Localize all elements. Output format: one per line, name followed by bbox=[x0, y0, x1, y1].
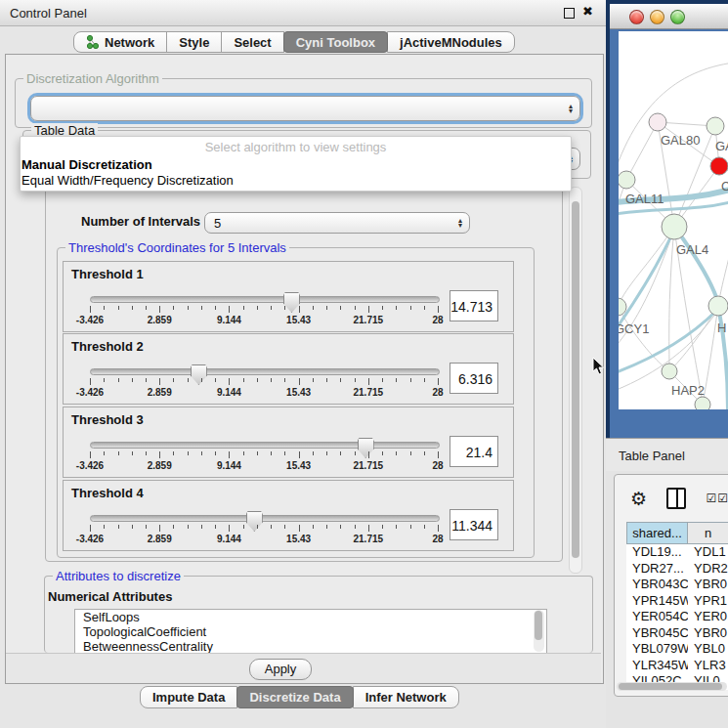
table-row[interactable]: YBL079WYBL0 bbox=[626, 641, 728, 658]
network-node[interactable] bbox=[662, 364, 677, 379]
network-window-titlebar[interactable] bbox=[610, 4, 728, 29]
table-row[interactable]: YBR045CYBR0 bbox=[626, 625, 728, 642]
slider-tick bbox=[173, 306, 174, 310]
tab-select[interactable]: Select bbox=[221, 31, 283, 53]
slider-tick bbox=[438, 378, 439, 385]
mouse-cursor bbox=[592, 357, 606, 376]
table-cell: YBR043C bbox=[626, 577, 688, 593]
slider-tick bbox=[271, 525, 272, 529]
slider-tick bbox=[104, 525, 105, 529]
table-column-header[interactable]: n bbox=[688, 522, 728, 544]
slider-tick-label: 28 bbox=[432, 387, 443, 398]
threshold-value-field[interactable]: 21.4 bbox=[450, 436, 498, 467]
minimize-traffic-light-icon[interactable] bbox=[650, 10, 664, 24]
settings-scrollbar[interactable] bbox=[569, 187, 582, 574]
slider-tick bbox=[188, 451, 189, 455]
table-hscrollbar-thumb[interactable] bbox=[619, 683, 722, 690]
group-title-thresholds: Threshold's Coordinates for 5 Intervals bbox=[65, 240, 289, 255]
column-layout-icon[interactable] bbox=[666, 488, 686, 509]
tab-cyni-toolbox[interactable]: Cyni Toolbox bbox=[283, 31, 388, 53]
table-row[interactable]: YBR043CYBR0 bbox=[626, 577, 728, 593]
algorithm-combo[interactable]: ▴▾ bbox=[30, 96, 580, 121]
threshold-label: Threshold 1 bbox=[71, 267, 144, 281]
tab-impute-data[interactable]: Impute Data bbox=[140, 686, 237, 708]
popup-option-equal-width-frequency[interactable]: Equal Width/Frequency Discretization bbox=[21, 173, 234, 188]
slider-tick bbox=[340, 306, 341, 310]
tab-style[interactable]: Style bbox=[166, 31, 222, 53]
slider-tick bbox=[410, 525, 411, 529]
threshold-slider-track[interactable] bbox=[90, 515, 440, 522]
table-cell: YBL0 bbox=[688, 641, 728, 658]
slider-tick bbox=[132, 378, 133, 382]
tab-discretize-data[interactable]: Discretize Data bbox=[236, 686, 353, 708]
slider-tick bbox=[299, 306, 300, 313]
slider-tick bbox=[229, 525, 230, 532]
slider-tick bbox=[368, 451, 369, 458]
table-cell: YBR0 bbox=[688, 625, 728, 642]
attribute-list-item[interactable]: TopologicalCoefficient bbox=[75, 624, 546, 639]
table-row[interactable]: YPR145WYPR1 bbox=[626, 593, 728, 610]
network-node[interactable] bbox=[695, 397, 710, 409]
attribute-list-item[interactable]: SelfLoops bbox=[75, 610, 546, 624]
close-traffic-light-icon[interactable] bbox=[629, 10, 644, 24]
attribute-list-item[interactable]: BetweennessCentrality bbox=[75, 639, 546, 654]
algorithm-dropdown-popup: Select algorithm to view settings Manual… bbox=[20, 136, 572, 192]
threshold-slider-thumb[interactable] bbox=[358, 438, 374, 458]
threshold-value-field[interactable]: 11.344 bbox=[450, 509, 498, 540]
network-node[interactable] bbox=[707, 117, 724, 135]
slider-tick bbox=[146, 525, 147, 529]
node-table[interactable]: shared...n YDL19...YDL1YDR27...YDR2YBR04… bbox=[626, 522, 728, 690]
close-icon[interactable]: ✖ bbox=[582, 4, 593, 19]
network-node[interactable] bbox=[710, 157, 728, 175]
window-frame bbox=[606, 0, 610, 438]
table-column-header[interactable]: shared... bbox=[626, 522, 688, 544]
tab-jactivemnodules[interactable]: jActiveMNodules bbox=[387, 31, 515, 53]
threshold-slider-track[interactable] bbox=[90, 442, 440, 449]
table-header-row: shared...n bbox=[626, 522, 728, 544]
slider-tick bbox=[146, 451, 147, 455]
threshold-slider-thumb[interactable] bbox=[283, 292, 300, 313]
threshold-value-field[interactable]: 14.713 bbox=[450, 290, 498, 321]
settings-scrollbar-thumb[interactable] bbox=[572, 201, 579, 558]
table-panel-titlebar: Table Panel bbox=[606, 438, 728, 471]
numerical-attributes-list[interactable]: SelfLoopsTopologicalCoefficientBetweenne… bbox=[74, 609, 547, 655]
slider-tick bbox=[299, 525, 300, 532]
attributes-list-scrollbar[interactable] bbox=[534, 610, 544, 652]
threshold-slider-track[interactable] bbox=[90, 368, 440, 375]
table-horizontal-scrollbar[interactable] bbox=[617, 682, 727, 691]
attributes-scrollbar-thumb[interactable] bbox=[535, 611, 542, 640]
threshold-slider-thumb[interactable] bbox=[191, 364, 207, 385]
checkbox-icons[interactable]: ☑☑ bbox=[706, 492, 728, 505]
slider-tick bbox=[215, 451, 216, 455]
threshold-label: Threshold 2 bbox=[71, 339, 144, 354]
slider-tick-label: -3.426 bbox=[76, 387, 104, 398]
network-node[interactable] bbox=[619, 171, 635, 189]
float-window-icon[interactable] bbox=[564, 8, 575, 19]
slider-tick bbox=[215, 306, 216, 310]
table-row[interactable]: YER054CYER0 bbox=[626, 609, 728, 625]
network-node[interactable] bbox=[649, 113, 666, 131]
control-panel-titlebar: Control Panel ✖ bbox=[0, 0, 606, 26]
network-canvas[interactable]: GAL80GACGAL11GAL4GCY1HHAP2 bbox=[619, 31, 728, 409]
table-row[interactable]: YDR27...YDR2 bbox=[626, 561, 728, 578]
table-row[interactable]: YDL19...YDL1 bbox=[626, 544, 728, 561]
tab-infer-network[interactable]: Infer Network bbox=[353, 686, 459, 708]
gear-icon[interactable]: ⚙ bbox=[630, 488, 647, 509]
tab-network[interactable]: Network bbox=[73, 31, 167, 53]
network-node[interactable] bbox=[662, 214, 687, 239]
popup-option-manual-discretization[interactable]: Manual Discretization bbox=[21, 157, 152, 172]
slider-tick bbox=[284, 306, 285, 310]
zoom-traffic-light-icon[interactable] bbox=[670, 10, 685, 24]
threshold-slider-track[interactable] bbox=[90, 296, 440, 303]
slider-tick bbox=[424, 378, 425, 382]
table-row[interactable]: YLR345WYLR3 bbox=[626, 658, 728, 674]
apply-button[interactable]: Apply bbox=[249, 659, 312, 680]
threshold-slider-thumb[interactable] bbox=[246, 511, 263, 532]
slider-tick-label: -3.426 bbox=[76, 315, 104, 325]
slider-tick bbox=[368, 378, 369, 385]
number-of-intervals-combo[interactable]: 5 ▴▾ bbox=[204, 212, 470, 234]
slider-tick bbox=[326, 525, 327, 529]
threshold-value-field[interactable]: 6.316 bbox=[450, 363, 498, 394]
network-node[interactable] bbox=[708, 296, 728, 316]
slider-tick-label: 2.859 bbox=[148, 387, 172, 398]
